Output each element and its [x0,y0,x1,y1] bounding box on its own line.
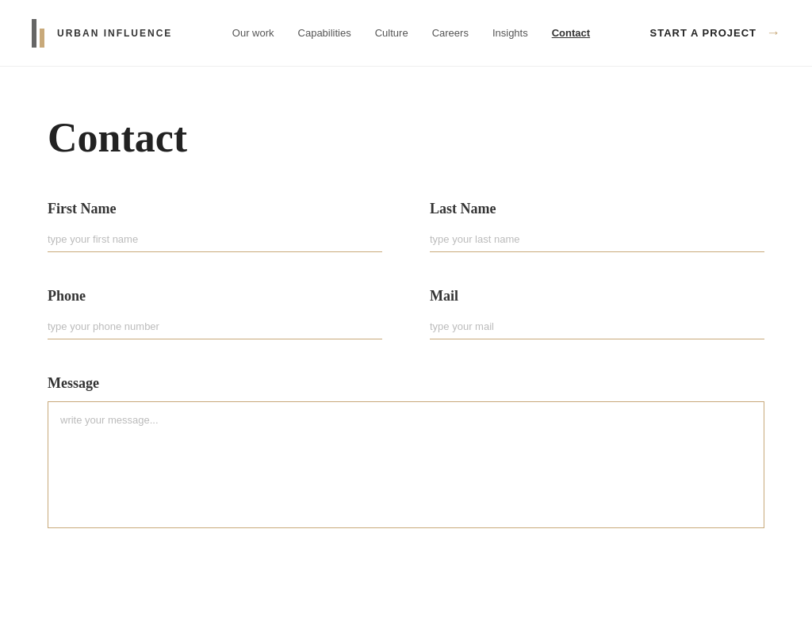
nav-careers[interactable]: Careers [432,27,469,39]
cta-area: START A PROJECT → [650,25,780,41]
mail-field: Mail [430,288,764,339]
message-label: Message [48,375,764,392]
phone-field: Phone [48,288,382,339]
main-nav: Our work Capabilities Culture Careers In… [232,27,590,39]
first-name-input[interactable] [48,227,382,252]
arrow-right-icon: → [766,25,780,41]
phone-label: Phone [48,288,382,305]
logo-icon [32,19,49,48]
nav-contact[interactable]: Contact [552,27,590,39]
last-name-label: Last Name [430,201,764,217]
site-header: URBAN INFLUENCE Our work Capabilities Cu… [0,0,812,67]
first-name-label: First Name [48,201,382,217]
last-name-input[interactable] [430,227,764,252]
name-row: First Name Last Name [48,201,764,252]
first-name-field: First Name [48,201,382,252]
start-project-button[interactable]: START A PROJECT [650,27,756,39]
mail-label: Mail [430,288,764,305]
last-name-field: Last Name [430,201,764,252]
nav-capabilities[interactable]: Capabilities [298,27,351,39]
nav-our-work[interactable]: Our work [232,27,274,39]
mail-input[interactable] [430,314,764,339]
phone-input[interactable] [48,314,382,339]
logo-text: URBAN INFLUENCE [57,28,172,39]
main-content: Contact First Name Last Name Phone Mail … [0,67,812,579]
page-title: Contact [48,114,764,161]
logo[interactable]: URBAN INFLUENCE [32,19,172,48]
nav-insights[interactable]: Insights [492,27,528,39]
nav-culture[interactable]: Culture [375,27,408,39]
message-input[interactable] [48,401,764,528]
message-section: Message [48,375,764,531]
contact-row: Phone Mail [48,288,764,339]
